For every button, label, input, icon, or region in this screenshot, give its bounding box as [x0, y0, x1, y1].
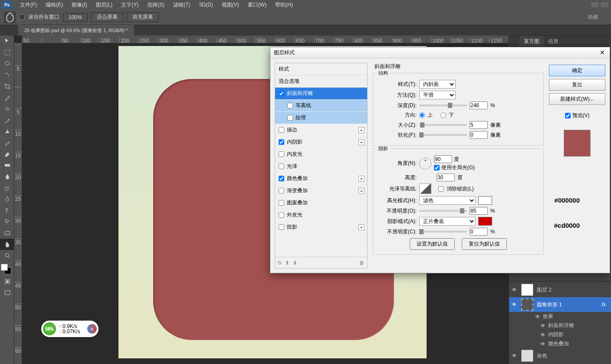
visibility-icon[interactable]: 👁 — [512, 287, 518, 293]
style-checkbox[interactable] — [279, 176, 284, 181]
style-item[interactable]: 光泽 — [275, 161, 367, 173]
add-icon[interactable]: + — [358, 176, 365, 182]
style-item[interactable]: 外发光 — [275, 209, 367, 221]
preview-checkbox[interactable] — [565, 113, 571, 118]
fx-icon[interactable]: fx — [278, 260, 282, 266]
effects-header[interactable]: 👁 效果 — [509, 312, 611, 321]
style-checkbox[interactable] — [279, 200, 284, 206]
add-icon[interactable]: + — [358, 127, 365, 133]
style-checkbox[interactable] — [279, 139, 284, 145]
eyedropper-tool[interactable] — [0, 92, 14, 103]
document-tab[interactable]: 20 临摹图标.psd @ 69.6% (圆角矩形 1, RGB/8) * — [18, 25, 134, 36]
fx-badge[interactable]: fx — [602, 302, 608, 308]
menu-type[interactable]: 文字(Y) — [117, 0, 143, 10]
style-item[interactable]: 纹理 — [275, 112, 367, 124]
network-widget[interactable]: 58% ↑0.9K/s ↓0.07K/s + — [41, 321, 99, 337]
dialog-titlebar[interactable]: 图层样式 ✕ — [270, 47, 610, 59]
menu-select[interactable]: 选择(S) — [143, 0, 169, 10]
fill-screen-button[interactable]: 填充屏幕 — [127, 12, 159, 22]
dodge-tool[interactable] — [0, 182, 14, 193]
style-checkbox[interactable] — [279, 212, 284, 218]
style-item[interactable]: 投影+ — [275, 221, 367, 233]
style-item[interactable]: 等高线 — [275, 100, 367, 112]
depth-slider[interactable] — [419, 105, 467, 106]
marquee-tool[interactable] — [0, 47, 14, 58]
visibility-icon[interactable]: 👁 — [512, 302, 518, 308]
ok-button[interactable]: 确定 — [549, 65, 605, 76]
effect-item[interactable]: 👁斜面和浮雕 — [509, 321, 611, 330]
zoom-level-button[interactable]: 100% — [63, 13, 88, 22]
highlight-color-swatch[interactable] — [478, 196, 492, 205]
down-icon[interactable]: ⬇ — [293, 260, 297, 266]
minimize-icon[interactable] — [591, 2, 599, 7]
trash-icon[interactable]: 🗑 — [359, 260, 365, 266]
layer-row[interactable]: 👁 图层 2 — [509, 282, 611, 297]
scroll-all-checkbox[interactable] — [19, 14, 25, 20]
close-icon[interactable]: ✕ — [598, 49, 606, 57]
color-swatches[interactable] — [0, 264, 14, 276]
global-light-checkbox[interactable] — [434, 165, 440, 171]
reset-default-button[interactable]: 复位为默认值 — [462, 238, 507, 250]
visibility-icon[interactable]: 👁 — [512, 353, 518, 359]
path-select-tool[interactable] — [0, 216, 14, 227]
depth-input[interactable] — [470, 102, 488, 109]
direction-down-radio[interactable] — [440, 112, 446, 118]
style-item[interactable]: 图案叠加 — [275, 197, 367, 209]
effect-item[interactable]: 👁内阴影 — [509, 330, 611, 339]
history-brush-tool[interactable] — [0, 137, 14, 148]
hand-tool[interactable] — [0, 239, 14, 250]
foreground-color-swatch[interactable] — [1, 264, 8, 271]
type-tool[interactable]: T — [0, 205, 14, 216]
style-item[interactable]: 颜色叠加+ — [275, 173, 367, 185]
up-icon[interactable]: ⬆ — [285, 260, 289, 266]
blend-options-header[interactable]: 混合选项 — [275, 75, 367, 88]
styles-header[interactable]: 样式 — [275, 63, 367, 75]
blur-tool[interactable] — [0, 171, 14, 182]
screen-mode-tool[interactable] — [0, 287, 14, 298]
style-checkbox[interactable] — [279, 224, 284, 230]
make-default-button[interactable]: 设置为默认值 — [410, 238, 455, 250]
menu-window[interactable]: 窗口(W) — [243, 0, 271, 10]
menu-3d[interactable]: 3D(D) — [195, 1, 217, 9]
technique-select[interactable]: 平滑 — [419, 91, 456, 99]
eraser-tool[interactable] — [0, 148, 14, 160]
histogram-tab[interactable]: 直方图 — [519, 36, 544, 47]
soften-slider[interactable] — [419, 134, 467, 136]
new-style-button[interactable]: 新建样式(W)... — [549, 93, 605, 105]
add-icon[interactable]: + — [358, 139, 365, 145]
shadow-opacity-input[interactable] — [470, 228, 488, 236]
menu-layer[interactable]: 图层(L) — [92, 0, 117, 10]
altitude-input[interactable] — [437, 174, 455, 181]
layer-row[interactable]: 👁 杂色 — [509, 348, 611, 363]
menu-file[interactable]: 文件(F) — [16, 0, 41, 10]
menu-help[interactable]: 帮助(H) — [271, 0, 297, 10]
style-checkbox[interactable] — [279, 127, 284, 133]
style-item[interactable]: 描边+ — [275, 124, 367, 136]
menu-filter[interactable]: 滤镜(T) — [169, 0, 194, 10]
style-checkbox[interactable] — [279, 151, 284, 157]
add-icon[interactable]: + — [358, 224, 365, 230]
anti-alias-checkbox[interactable] — [438, 186, 444, 192]
move-tool[interactable] — [0, 36, 14, 47]
cancel-button[interactable]: 复位 — [549, 79, 605, 91]
style-item[interactable]: 斜面和浮雕 — [275, 88, 367, 100]
zoom-tool[interactable] — [0, 250, 14, 261]
crop-tool[interactable] — [0, 81, 14, 92]
highlight-mode-select[interactable]: 滤色 — [419, 196, 476, 205]
clone-stamp-tool[interactable] — [0, 126, 14, 137]
visibility-icon[interactable]: 👁 — [535, 314, 540, 320]
hand-tool-indicator[interactable] — [4, 12, 16, 23]
angle-input[interactable] — [434, 155, 452, 163]
menu-view[interactable]: 视图(V) — [217, 0, 243, 10]
plus-icon[interactable]: + — [87, 324, 97, 334]
rectangle-tool[interactable] — [0, 227, 14, 239]
angle-control[interactable] — [419, 157, 431, 170]
lasso-tool[interactable] — [0, 58, 14, 69]
info-tab[interactable]: 信息 — [544, 36, 563, 47]
gloss-contour-swatch[interactable] — [419, 184, 431, 194]
shadow-color-swatch[interactable] — [478, 217, 492, 226]
add-icon[interactable]: + — [358, 188, 365, 194]
style-checkbox[interactable] — [279, 91, 284, 96]
healing-brush-tool[interactable] — [0, 103, 14, 115]
maximize-icon[interactable] — [601, 2, 608, 7]
